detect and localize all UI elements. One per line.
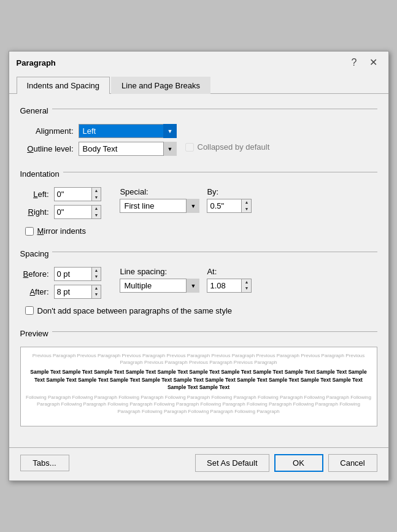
preview-sample-text: Sample Text Sample Text Sample Text Samp… (26, 368, 372, 391)
alignment-row: Alignment: Left Center Right Justified ▼ (20, 124, 377, 138)
preview-label: Preview (20, 329, 48, 338)
before-input[interactable] (55, 268, 91, 280)
at-spinner: ▲ ▼ (207, 279, 252, 293)
alignment-select[interactable]: Left Center Right Justified (79, 124, 177, 138)
indent-right-input[interactable] (55, 206, 91, 218)
mirror-indents-checkbox[interactable] (25, 227, 34, 236)
indentation-label: Indentation (20, 169, 60, 179)
indent-right-up[interactable]: ▲ (92, 206, 101, 212)
preview-follow-text: Following Paragraph Following Paragraph … (26, 394, 372, 415)
collapsed-checkbox[interactable] (185, 143, 194, 152)
line-spacing-select-wrapper: Single 1.5 lines Double At least Exactly… (120, 279, 199, 293)
mirror-indents-row: Mirror indents (25, 226, 377, 236)
special-label: Special: (120, 187, 148, 196)
before-buttons: ▲ ▼ (91, 268, 101, 280)
indent-right-spinner: ▲ ▼ (54, 205, 102, 219)
paragraph-dialog: Paragraph ? ✕ Indents and Spacing Line a… (9, 51, 389, 480)
spacing-label: Spacing (20, 249, 49, 258)
at-buttons: ▲ ▼ (241, 279, 251, 292)
indent-left-up[interactable]: ▲ (92, 188, 101, 194)
preview-divider (52, 331, 377, 332)
collapsed-label: Collapsed by default (198, 142, 270, 152)
spacing-before-row: Before: ▲ ▼ (20, 267, 102, 281)
indentation-section: Indentation Left: ▲ ▼ (20, 167, 377, 236)
at-down[interactable]: ▼ (242, 285, 251, 291)
set-default-button[interactable]: Set As Default (195, 454, 269, 472)
spacing-section: Spacing Before: ▲ ▼ (20, 247, 377, 315)
indent-right-label: Right: (20, 207, 54, 217)
after-buttons: ▲ ▼ (91, 285, 101, 298)
indent-right-down[interactable]: ▼ (92, 212, 101, 218)
help-button[interactable]: ? (348, 56, 361, 69)
outline-label: Outline level: (20, 144, 79, 153)
by-up[interactable]: ▲ (242, 199, 251, 206)
at-up[interactable]: ▲ (242, 279, 251, 285)
spacing-after-row: After: ▲ ▼ (20, 285, 102, 299)
at-col: At: ▲ ▼ (207, 267, 252, 293)
close-button[interactable]: ✕ (366, 56, 381, 69)
before-spinner: ▲ ▼ (54, 267, 102, 281)
alignment-label: Alignment: (20, 126, 79, 136)
after-up[interactable]: ▲ (92, 285, 101, 291)
after-label: After: (20, 287, 54, 296)
tab-line-page-breaks[interactable]: Line and Page Breaks (111, 77, 210, 94)
line-spacing-select[interactable]: Single 1.5 lines Double At least Exactly… (120, 279, 199, 293)
ok-button[interactable]: OK (274, 454, 323, 472)
title-bar-buttons: ? ✕ (348, 56, 381, 69)
indent-left-label: Left: (20, 190, 54, 199)
tab-indents-spacing[interactable]: Indents and Spacing (17, 77, 110, 94)
tabs-button[interactable]: Tabs... (20, 455, 69, 471)
before-down[interactable]: ▼ (92, 274, 101, 280)
special-select-wrapper: First line Hanging (none) ▼ (120, 199, 199, 213)
footer-left: Tabs... (20, 455, 69, 471)
alignment-select-wrapper: Left Center Right Justified ▼ (79, 124, 177, 138)
line-spacing-at: Line spacing: Single 1.5 lines Double At… (120, 267, 252, 293)
before-label: Before: (20, 269, 54, 279)
indent-left-down[interactable]: ▼ (92, 195, 101, 201)
outline-row: Outline level: Body Text Level 1 Level 2… (20, 142, 377, 156)
cancel-button[interactable]: Cancel (328, 454, 377, 472)
special-col: Special: First line Hanging (none) ▼ (120, 187, 199, 213)
mirror-indents-label: Mirror indents (37, 226, 86, 236)
by-spinner: ▲ ▼ (207, 199, 252, 213)
preview-section: Preview Previous Paragraph Previous Para… (20, 326, 377, 426)
indent-left-input[interactable] (55, 188, 91, 200)
dont-add-space-checkbox[interactable] (25, 306, 34, 315)
indent-left-buttons: ▲ ▼ (91, 188, 101, 201)
indent-left-right: Left: ▲ ▼ Right: (20, 187, 102, 223)
by-buttons: ▲ ▼ (241, 199, 251, 212)
indent-special-by: Special: First line Hanging (none) ▼ (120, 187, 252, 213)
preview-box: Previous Paragraph Previous Paragraph Pr… (20, 347, 377, 426)
preview-prev-text: Previous Paragraph Previous Paragraph Pr… (26, 352, 372, 366)
spacing-before-after: Before: ▲ ▼ After: (20, 267, 102, 303)
title-bar: Paragraph ? ✕ (9, 52, 388, 74)
dialog-title: Paragraph (17, 58, 56, 67)
spacing-divider (52, 252, 377, 252)
outline-select-wrapper: Body Text Level 1 Level 2 Level 3 ▼ (79, 142, 177, 156)
indent-right-buttons: ▲ ▼ (91, 206, 101, 218)
at-input[interactable] (207, 280, 241, 291)
special-select[interactable]: First line Hanging (none) (120, 199, 199, 213)
by-col: By: ▲ ▼ (207, 187, 252, 213)
before-up[interactable]: ▲ (92, 268, 101, 274)
line-spacing-col: Line spacing: Single 1.5 lines Double At… (120, 267, 199, 293)
footer: Tabs... Set As Default OK Cancel (9, 447, 388, 480)
dont-add-space-label: Don't add space between paragraphs of th… (37, 306, 233, 315)
after-input[interactable] (55, 286, 91, 298)
by-input[interactable] (207, 200, 241, 212)
collapsed-row: Collapsed by default (185, 142, 270, 152)
after-down[interactable]: ▼ (92, 291, 101, 298)
outline-select[interactable]: Body Text Level 1 Level 2 Level 3 (79, 142, 177, 156)
indent-left-row: Left: ▲ ▼ (20, 187, 102, 201)
indent-left-spinner: ▲ ▼ (54, 187, 102, 201)
line-spacing-label: Line spacing: (120, 267, 167, 276)
general-section: General Alignment: Left Center Right Jus… (20, 104, 377, 156)
by-down[interactable]: ▼ (242, 206, 251, 212)
by-label: By: (207, 187, 218, 196)
dont-add-space-row: Don't add space between paragraphs of th… (25, 306, 377, 315)
indentation-divider (63, 172, 377, 172)
dialog-content: General Alignment: Left Center Right Jus… (9, 94, 388, 447)
tabs-bar: Indents and Spacing Line and Page Breaks (9, 74, 388, 94)
at-label: At: (207, 267, 217, 276)
after-spinner: ▲ ▼ (54, 285, 102, 299)
